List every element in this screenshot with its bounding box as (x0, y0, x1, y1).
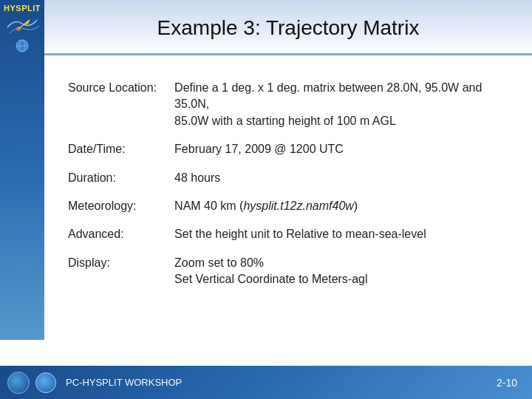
table-row: Date/Time: February 17, 2009 @ 1200 UTC (59, 135, 517, 163)
hysplit-label: HYSPLIT (4, 4, 41, 13)
footer-hysplit-icon (35, 372, 56, 393)
table-row: Display: Zoom set to 80% Set Vertical Co… (59, 249, 517, 294)
value-duration: 48 hours (166, 164, 517, 192)
label-source-location: Source Location: (59, 74, 166, 135)
table-row: Meteorology: NAM 40 km (hysplit.t12z.nam… (59, 192, 517, 220)
value-datetime: February 17, 2009 @ 1200 UTC (166, 135, 517, 163)
hysplit-map-icon (4, 13, 41, 38)
footer-noaa-icon (7, 372, 30, 394)
value-advanced: Set the height unit to Relative to mean-… (166, 220, 517, 248)
table-row: Duration: 48 hours (59, 164, 517, 192)
page-title: Example 3: Trajectory Matrix (157, 16, 420, 40)
table-row: Advanced: Set the height unit to Relativ… (59, 220, 517, 248)
footer-workshop-label: PC-HYSPLIT WORKSHOP (66, 377, 182, 388)
footer-logo-area: PC-HYSPLIT WORKSHOP (7, 372, 182, 394)
label-duration: Duration: (59, 164, 166, 192)
label-advanced: Advanced: (59, 220, 166, 248)
footer: PC-HYSPLIT WORKSHOP 2-10 (0, 366, 532, 399)
hysplit-logo-area: HYSPLIT (4, 4, 41, 53)
label-datetime: Date/Time: (59, 135, 166, 163)
value-meteorology: NAM 40 km (hysplit.t12z.namf40w) (166, 192, 517, 220)
value-display: Zoom set to 80% Set Vertical Coordinate … (166, 249, 517, 294)
footer-page-number: 2-10 (497, 366, 517, 399)
globe-icon (15, 38, 30, 53)
content-table: Source Location: Define a 1 deg. x 1 deg… (59, 74, 517, 294)
table-row: Source Location: Define a 1 deg. x 1 deg… (59, 74, 517, 135)
title-divider (44, 53, 532, 55)
italic-filename: hysplit.t12z.namf40w (243, 200, 353, 212)
page-number-label: 2-10 (497, 377, 517, 389)
label-display: Display: (59, 249, 166, 294)
value-source-location: Define a 1 deg. x 1 deg. matrix between … (166, 74, 517, 135)
title-bar: Example 3: Trajectory Matrix (44, 0, 532, 55)
label-meteorology: Meteorology: (59, 192, 166, 220)
